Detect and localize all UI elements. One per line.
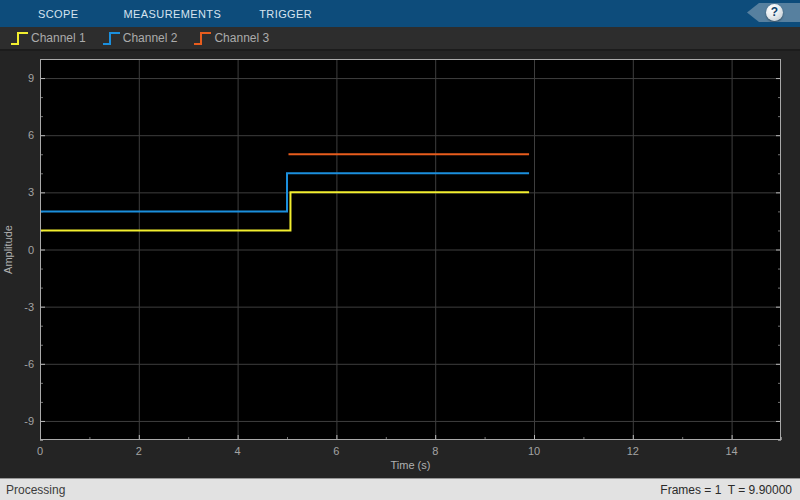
channel-1-step-icon: [10, 30, 30, 47]
channel-2-step-icon: [102, 30, 122, 47]
legend-item-label: Channel 1: [31, 31, 86, 45]
svg-text:-9: -9: [24, 415, 34, 427]
tab-trigger[interactable]: TRIGGER: [255, 8, 316, 20]
tab-measurements[interactable]: MEASUREMENTS: [120, 8, 226, 20]
svg-text:8: 8: [432, 445, 438, 457]
svg-text:3: 3: [28, 186, 34, 198]
x-axis-label: Time (s): [391, 459, 431, 471]
legend-item-label: Channel 2: [123, 31, 178, 45]
toolstrip-tabbar: SCOPE MEASUREMENTS TRIGGER ?: [0, 0, 800, 27]
status-frames-time: Frames = 1 T = 9.90000: [660, 483, 792, 497]
status-bar: Processing Frames = 1 T = 9.90000: [0, 478, 800, 500]
svg-text:2: 2: [136, 445, 142, 457]
plot-area: 02468101214-9-6-30369Time (s)Amplitude: [0, 51, 800, 478]
legend-item-channel-1[interactable]: Channel 1: [10, 30, 86, 47]
svg-text:12: 12: [627, 445, 639, 457]
svg-text:14: 14: [725, 445, 737, 457]
svg-text:10: 10: [528, 445, 540, 457]
svg-text:-3: -3: [24, 301, 34, 313]
legend-item-label: Channel 3: [214, 31, 269, 45]
time-scope-window: SCOPE MEASUREMENTS TRIGGER ? Channel 1 C…: [0, 0, 800, 500]
svg-text:9: 9: [28, 72, 34, 84]
legend-item-channel-2[interactable]: Channel 2: [102, 30, 178, 47]
legend-item-channel-3[interactable]: Channel 3: [193, 30, 269, 47]
legend-bar: Channel 1 Channel 2 Channel 3: [0, 27, 800, 51]
channel-3-step-icon: [193, 30, 213, 47]
plot-svg[interactable]: 02468101214-9-6-30369Time (s)Amplitude: [0, 51, 800, 478]
svg-text:6: 6: [28, 129, 34, 141]
help-button[interactable]: ?: [766, 4, 783, 21]
svg-text:0: 0: [28, 244, 34, 256]
y-axis-label: Amplitude: [2, 225, 14, 274]
ribbon-collapse-banner[interactable]: ?: [747, 3, 800, 22]
svg-text:-6: -6: [24, 358, 34, 370]
tab-scope[interactable]: SCOPE: [34, 8, 83, 20]
status-processing: Processing: [6, 483, 65, 497]
svg-text:4: 4: [235, 445, 241, 457]
svg-text:6: 6: [333, 445, 339, 457]
svg-text:0: 0: [37, 445, 43, 457]
